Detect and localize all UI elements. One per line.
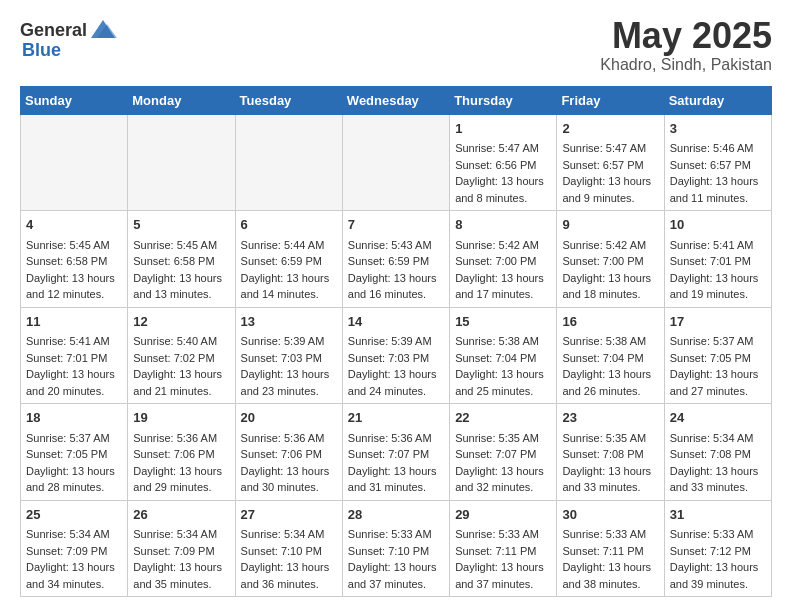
cell-info: Sunrise: 5:34 AMSunset: 7:09 PMDaylight:… [26,526,122,592]
col-friday: Friday [557,86,664,114]
col-monday: Monday [128,86,235,114]
day-number: 9 [562,215,658,235]
cell-1-7: 3Sunrise: 5:46 AMSunset: 6:57 PMDaylight… [664,114,771,211]
col-saturday: Saturday [664,86,771,114]
header: General Blue May 2025 Khadro, Sindh, Pak… [20,16,772,74]
col-wednesday: Wednesday [342,86,449,114]
cell-info: Sunrise: 5:44 AMSunset: 6:59 PMDaylight:… [241,237,337,303]
cell-3-6: 16Sunrise: 5:38 AMSunset: 7:04 PMDayligh… [557,307,664,404]
day-number: 7 [348,215,444,235]
week-row-4: 18Sunrise: 5:37 AMSunset: 7:05 PMDayligh… [21,404,772,501]
cell-info: Sunrise: 5:33 AMSunset: 7:11 PMDaylight:… [455,526,551,592]
cell-3-2: 12Sunrise: 5:40 AMSunset: 7:02 PMDayligh… [128,307,235,404]
logo: General Blue [20,16,117,61]
day-number: 1 [455,119,551,139]
week-row-3: 11Sunrise: 5:41 AMSunset: 7:01 PMDayligh… [21,307,772,404]
cell-3-3: 13Sunrise: 5:39 AMSunset: 7:03 PMDayligh… [235,307,342,404]
col-sunday: Sunday [21,86,128,114]
cell-info: Sunrise: 5:39 AMSunset: 7:03 PMDaylight:… [241,333,337,399]
cell-2-3: 6Sunrise: 5:44 AMSunset: 6:59 PMDaylight… [235,211,342,308]
cell-2-4: 7Sunrise: 5:43 AMSunset: 6:59 PMDaylight… [342,211,449,308]
cell-info: Sunrise: 5:47 AMSunset: 6:57 PMDaylight:… [562,140,658,206]
cell-info: Sunrise: 5:46 AMSunset: 6:57 PMDaylight:… [670,140,766,206]
cell-4-3: 20Sunrise: 5:36 AMSunset: 7:06 PMDayligh… [235,404,342,501]
day-number: 25 [26,505,122,525]
day-number: 10 [670,215,766,235]
day-number: 19 [133,408,229,428]
day-number: 12 [133,312,229,332]
cell-1-3 [235,114,342,211]
cell-info: Sunrise: 5:35 AMSunset: 7:08 PMDaylight:… [562,430,658,496]
cell-1-1 [21,114,128,211]
cell-info: Sunrise: 5:34 AMSunset: 7:09 PMDaylight:… [133,526,229,592]
day-number: 15 [455,312,551,332]
cell-info: Sunrise: 5:37 AMSunset: 7:05 PMDaylight:… [26,430,122,496]
cell-5-5: 29Sunrise: 5:33 AMSunset: 7:11 PMDayligh… [450,500,557,597]
day-number: 20 [241,408,337,428]
col-thursday: Thursday [450,86,557,114]
cell-info: Sunrise: 5:36 AMSunset: 7:06 PMDaylight:… [241,430,337,496]
cell-4-2: 19Sunrise: 5:36 AMSunset: 7:06 PMDayligh… [128,404,235,501]
day-number: 18 [26,408,122,428]
day-number: 28 [348,505,444,525]
day-number: 14 [348,312,444,332]
cell-info: Sunrise: 5:47 AMSunset: 6:56 PMDaylight:… [455,140,551,206]
cell-1-6: 2Sunrise: 5:47 AMSunset: 6:57 PMDaylight… [557,114,664,211]
day-number: 2 [562,119,658,139]
cell-info: Sunrise: 5:42 AMSunset: 7:00 PMDaylight:… [455,237,551,303]
cell-4-1: 18Sunrise: 5:37 AMSunset: 7:05 PMDayligh… [21,404,128,501]
cell-2-1: 4Sunrise: 5:45 AMSunset: 6:58 PMDaylight… [21,211,128,308]
day-number: 21 [348,408,444,428]
cell-info: Sunrise: 5:33 AMSunset: 7:11 PMDaylight:… [562,526,658,592]
day-number: 27 [241,505,337,525]
day-number: 30 [562,505,658,525]
cell-info: Sunrise: 5:42 AMSunset: 7:00 PMDaylight:… [562,237,658,303]
col-tuesday: Tuesday [235,86,342,114]
day-number: 22 [455,408,551,428]
day-number: 31 [670,505,766,525]
day-number: 16 [562,312,658,332]
cell-info: Sunrise: 5:41 AMSunset: 7:01 PMDaylight:… [670,237,766,303]
logo-blue-text: Blue [22,40,61,61]
day-number: 11 [26,312,122,332]
day-number: 26 [133,505,229,525]
week-row-2: 4Sunrise: 5:45 AMSunset: 6:58 PMDaylight… [21,211,772,308]
day-number: 5 [133,215,229,235]
cell-2-2: 5Sunrise: 5:45 AMSunset: 6:58 PMDaylight… [128,211,235,308]
day-number: 8 [455,215,551,235]
day-number: 29 [455,505,551,525]
cell-3-1: 11Sunrise: 5:41 AMSunset: 7:01 PMDayligh… [21,307,128,404]
cell-3-7: 17Sunrise: 5:37 AMSunset: 7:05 PMDayligh… [664,307,771,404]
cell-1-2 [128,114,235,211]
cell-info: Sunrise: 5:45 AMSunset: 6:58 PMDaylight:… [26,237,122,303]
day-number: 24 [670,408,766,428]
cell-2-7: 10Sunrise: 5:41 AMSunset: 7:01 PMDayligh… [664,211,771,308]
cell-1-4 [342,114,449,211]
logo-general-text: General [20,20,87,41]
page: General Blue May 2025 Khadro, Sindh, Pak… [0,0,792,612]
day-number: 23 [562,408,658,428]
location: Khadro, Sindh, Pakistan [600,56,772,74]
cell-3-5: 15Sunrise: 5:38 AMSunset: 7:04 PMDayligh… [450,307,557,404]
week-row-5: 25Sunrise: 5:34 AMSunset: 7:09 PMDayligh… [21,500,772,597]
cell-info: Sunrise: 5:35 AMSunset: 7:07 PMDaylight:… [455,430,551,496]
day-number: 6 [241,215,337,235]
cell-info: Sunrise: 5:33 AMSunset: 7:12 PMDaylight:… [670,526,766,592]
cell-info: Sunrise: 5:45 AMSunset: 6:58 PMDaylight:… [133,237,229,303]
cell-info: Sunrise: 5:38 AMSunset: 7:04 PMDaylight:… [455,333,551,399]
logo-icon [89,16,117,44]
cell-5-2: 26Sunrise: 5:34 AMSunset: 7:09 PMDayligh… [128,500,235,597]
day-number: 3 [670,119,766,139]
header-row: Sunday Monday Tuesday Wednesday Thursday… [21,86,772,114]
cell-2-6: 9Sunrise: 5:42 AMSunset: 7:00 PMDaylight… [557,211,664,308]
cell-info: Sunrise: 5:40 AMSunset: 7:02 PMDaylight:… [133,333,229,399]
cell-info: Sunrise: 5:36 AMSunset: 7:07 PMDaylight:… [348,430,444,496]
cell-5-7: 31Sunrise: 5:33 AMSunset: 7:12 PMDayligh… [664,500,771,597]
cell-5-4: 28Sunrise: 5:33 AMSunset: 7:10 PMDayligh… [342,500,449,597]
day-number: 4 [26,215,122,235]
cell-info: Sunrise: 5:34 AMSunset: 7:10 PMDaylight:… [241,526,337,592]
cell-info: Sunrise: 5:36 AMSunset: 7:06 PMDaylight:… [133,430,229,496]
cell-info: Sunrise: 5:33 AMSunset: 7:10 PMDaylight:… [348,526,444,592]
cell-5-3: 27Sunrise: 5:34 AMSunset: 7:10 PMDayligh… [235,500,342,597]
month-title: May 2025 [600,16,772,56]
